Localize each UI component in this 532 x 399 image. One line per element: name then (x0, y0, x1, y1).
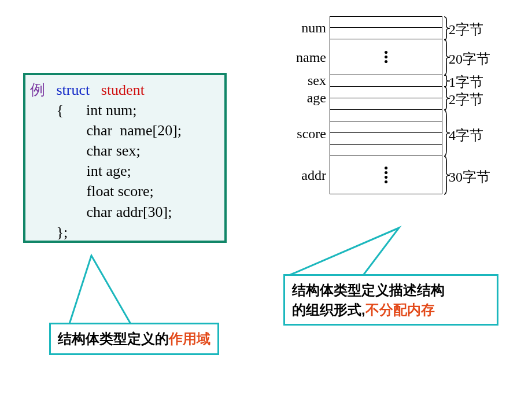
svg-marker-1 (289, 228, 399, 275)
callout-scope: 结构体类型定义的作用域 (49, 323, 219, 355)
callout-line2: 的组织形式,不分配内存 (292, 300, 490, 320)
callout-text: 的组织形式, (292, 302, 365, 317)
callout-text-red: 作用域 (169, 331, 210, 346)
callout-text-red: 不分配内存 (365, 302, 435, 317)
callout-no-alloc: 结构体类型定义描述结构 的组织形式,不分配内存 (283, 274, 498, 326)
callout-text: 结构体类型定义的 (58, 331, 169, 346)
callout-text: 结构体类型定义描述结构 (292, 280, 490, 300)
